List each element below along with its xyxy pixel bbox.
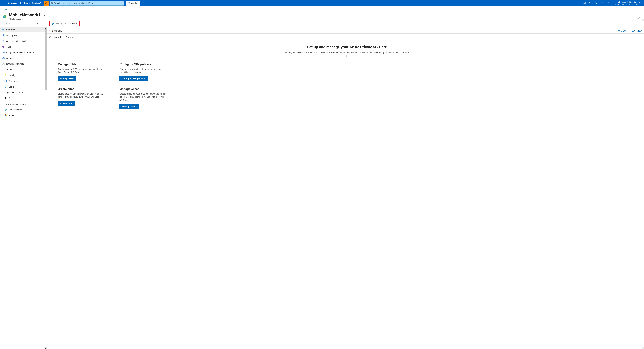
resource-type-label: Mobile Network — [9, 18, 40, 20]
close-blade-button[interactable] — [638, 16, 640, 19]
sidebar-item-label: Identity — [8, 74, 16, 77]
help-button[interactable] — [599, 0, 604, 6]
sidebar-group-label: Settings — [5, 68, 12, 71]
sidebar-item-overview[interactable]: Overview — [0, 27, 45, 32]
sidebar-item-label: Tags — [6, 45, 11, 48]
hero-section: Set-up and manage your Azure Private 5G … — [284, 45, 410, 57]
sidebar-item-sites[interactable]: Sites — [0, 95, 45, 101]
mobile-network-icon: 5G — [2, 14, 8, 19]
sidebar-group-settings[interactable]: Settings — [0, 67, 45, 72]
sidebar-item-label: About — [6, 57, 12, 59]
scroll-up-icon[interactable]: ▴ — [642, 19, 644, 21]
card-title: Manage slices — [120, 87, 178, 91]
chevron-down-icon — [2, 103, 4, 105]
svg-point-18 — [6, 98, 6, 98]
people-icon — [2, 40, 5, 42]
settings-button[interactable] — [594, 0, 599, 6]
create-sites-button[interactable]: Create sites — [58, 101, 75, 106]
essentials-section: Essentials View Cost JSON View — [47, 28, 644, 33]
chevron-down-icon — [49, 30, 51, 32]
breadcrumb-home[interactable]: Home — [2, 8, 8, 11]
card-manage-slices: Manage slices Create slices for your phy… — [120, 87, 178, 109]
essentials-toggle[interactable]: Essentials — [49, 29, 62, 32]
sidebar-item-locks[interactable]: Locks — [0, 84, 45, 90]
resource-heading: 5G MobileNetwork1 Mobile Network ··· — [0, 11, 47, 21]
sidebar-item-about[interactable]: About — [0, 55, 45, 61]
cloud-shell-button[interactable] — [582, 0, 587, 6]
copilot-icon — [128, 2, 130, 4]
sidebar-scrollbar[interactable]: ▴ ▾ — [45, 27, 47, 349]
menu-icon[interactable] — [1, 1, 6, 5]
sidebar-item-access-control[interactable]: Access control (IAM) — [0, 38, 45, 44]
cloud-icon — [2, 28, 5, 31]
slices-icon — [4, 114, 7, 117]
main-content: Modify mobile network Essentials View Co… — [47, 6, 644, 349]
graph-icon — [2, 63, 5, 65]
sidebar-item-slices[interactable]: Slices — [0, 112, 45, 118]
sort-icon[interactable] — [33, 23, 35, 24]
sidebar-item-activity-log[interactable]: Activity log — [0, 32, 45, 38]
brand-home-link[interactable]: Contoso, Ltd. Azure (Preview) — [6, 2, 43, 4]
chevron-down-icon — [2, 92, 4, 93]
svg-point-11 — [3, 46, 3, 46]
global-search-input[interactable] — [54, 2, 122, 4]
wrench-icon — [2, 51, 5, 54]
sidebar-item-label: Properties — [8, 80, 18, 82]
sidebar-item-data-networks[interactable]: Data networks — [0, 107, 45, 112]
sidebar-item-properties[interactable]: Properties — [0, 78, 45, 84]
scroll-up-icon[interactable]: ▴ — [45, 27, 47, 28]
sidebar-item-identity[interactable]: Identity — [0, 72, 45, 78]
manage-slices-button[interactable]: Manage slices — [120, 104, 139, 109]
feedback-button[interactable] — [605, 0, 610, 6]
copilot-button[interactable]: Copilot — [126, 1, 140, 5]
card-desc: Create sites for each physical location … — [58, 92, 104, 99]
info-icon — [2, 57, 5, 59]
svg-point-7 — [3, 23, 4, 24]
tag-icon — [2, 45, 5, 48]
json-view-link[interactable]: JSON View — [630, 29, 642, 32]
tab-bar: Get started Summary — [47, 33, 644, 40]
hero-title: Set-up and manage your Azure Private 5G … — [284, 45, 410, 49]
essentials-label: Essentials — [52, 29, 62, 32]
svg-point-15 — [3, 63, 4, 63]
pin-favorite-button[interactable] — [43, 15, 46, 17]
properties-icon — [4, 80, 7, 82]
account-menu[interactable]: chrisqpublic@contoso.c... CONTOSO, LTD. … — [611, 1, 643, 5]
report-bug-button[interactable] — [44, 1, 49, 6]
tab-summary[interactable]: Summary — [66, 36, 75, 40]
card-configure-policies: Configure SIM policies Configure policie… — [120, 62, 178, 81]
manage-sims-button[interactable]: Manage SIMs — [58, 76, 76, 81]
svg-point-0 — [46, 3, 47, 4]
notifications-button[interactable] — [588, 0, 593, 6]
collapse-sidebar-button[interactable]: « — [37, 22, 38, 25]
sidebar-group-physical[interactable]: Physical infrastructure — [0, 90, 45, 95]
global-search[interactable] — [50, 1, 124, 5]
svg-text:5G: 5G — [4, 16, 6, 17]
sidebar-item-diagnose[interactable]: Diagnose and solve problems — [0, 50, 45, 55]
scroll-thumb[interactable] — [45, 28, 47, 90]
sidebar-item-tags[interactable]: Tags — [0, 44, 45, 50]
view-cost-link[interactable]: View Cost — [618, 29, 627, 32]
sidebar-item-resource-visualizer[interactable]: Resource visualizer — [0, 61, 45, 67]
main-scrollbar[interactable]: ▴ ▾ — [642, 19, 644, 349]
configure-sim-policies-button[interactable]: Configure SIM policies — [120, 76, 148, 81]
modify-mobile-network-button[interactable]: Modify mobile network — [49, 21, 80, 26]
sidebar-item-label: Locks — [8, 86, 14, 88]
scroll-down-icon[interactable]: ▾ — [45, 347, 47, 349]
chevron-right-icon: › — [9, 8, 10, 11]
card-desc: Create slices for your physical network … — [120, 92, 166, 102]
sidebar-search[interactable] — [2, 22, 36, 25]
copilot-label: Copilot — [131, 2, 138, 4]
search-icon — [51, 2, 53, 4]
svg-rect-17 — [5, 87, 6, 88]
sidebar-item-label: Access control (IAM) — [6, 40, 26, 42]
sidebar-search-input[interactable] — [6, 22, 32, 25]
key-icon — [4, 74, 7, 77]
hero-subtitle: Deploy your own Azure Private 5G Core to… — [284, 51, 410, 57]
scroll-down-icon[interactable]: ▾ — [642, 347, 644, 349]
svg-point-10 — [4, 40, 4, 41]
tab-get-started[interactable]: Get started — [49, 36, 61, 40]
sidebar-group-network[interactable]: Network infrastructure — [0, 101, 45, 107]
card-desc: Add or manage SIMs to connect devices to… — [58, 67, 104, 74]
sidebar-item-label: Diagnose and solve problems — [6, 51, 35, 54]
